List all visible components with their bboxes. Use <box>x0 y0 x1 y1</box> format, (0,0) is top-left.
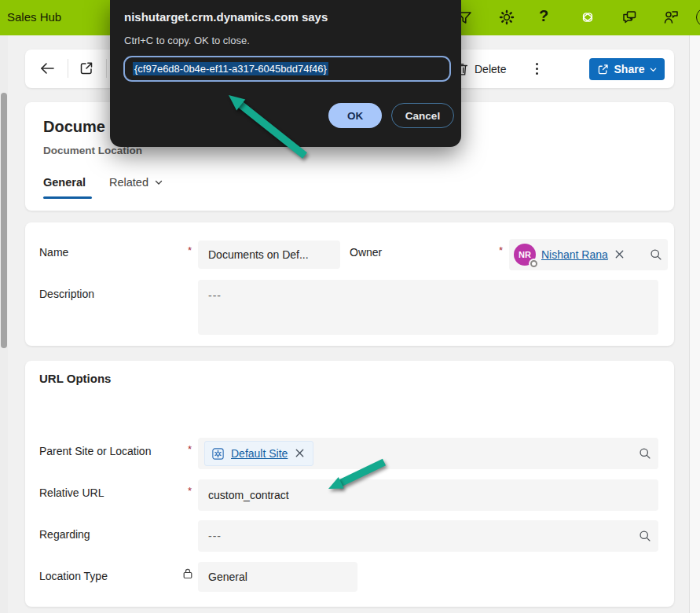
contact-card-icon[interactable] <box>662 9 680 26</box>
settings-gear-icon[interactable] <box>498 9 515 26</box>
dialog-input-value: {cf97e6d8-0b4e-ef11-a317-6045bdd74f46} <box>133 62 328 75</box>
parent-site-link[interactable]: Default Site <box>231 447 288 460</box>
delete-label: Delete <box>475 63 506 75</box>
parent-site-remove-icon[interactable] <box>294 447 306 460</box>
location-type-field: General <box>198 562 357 592</box>
parent-site-required: * <box>188 443 192 455</box>
more-commands-button[interactable] <box>530 60 543 77</box>
back-icon[interactable] <box>38 60 56 77</box>
site-entity-icon <box>211 447 225 461</box>
parent-site-label: Parent Site or Location <box>39 445 151 457</box>
share-button[interactable]: Share <box>589 58 665 80</box>
dialog-ok-button[interactable]: OK <box>328 103 382 128</box>
relative-url-value: custom_contract <box>208 489 289 501</box>
name-required: * <box>188 244 192 256</box>
url-options-title: URL Options <box>39 372 111 385</box>
description-input[interactable]: --- <box>198 280 658 335</box>
description-value: --- <box>208 289 222 302</box>
help-icon[interactable]: ? <box>539 7 556 24</box>
record-title: Docume <box>43 118 105 136</box>
dialog-cancel-button[interactable]: Cancel <box>391 103 454 128</box>
lock-icon <box>181 567 194 580</box>
owner-avatar: NR <box>514 244 536 266</box>
owner-label: Owner <box>350 246 382 259</box>
share-label: Share <box>614 63 645 75</box>
share-icon <box>596 63 610 76</box>
owner-link[interactable]: Nishant Rana <box>541 248 608 261</box>
command-divider <box>106 59 107 78</box>
more-commands-icon <box>536 68 538 70</box>
relative-url-input[interactable]: custom_contract <box>198 479 658 511</box>
command-divider <box>68 59 68 78</box>
regarding-value: --- <box>208 530 222 542</box>
name-value: Documents on Def... <box>208 248 309 261</box>
chevron-down-icon <box>649 65 658 74</box>
left-scrollbar-thumb[interactable] <box>1 93 7 348</box>
relative-url-required: * <box>188 485 192 497</box>
parent-site-search-icon[interactable] <box>638 446 652 461</box>
avatar-initials: NR <box>519 250 531 259</box>
tab-related[interactable]: Related <box>109 176 163 189</box>
name-label: Name <box>39 246 68 259</box>
parent-site-field[interactable]: Default Site <box>198 438 658 469</box>
dialog-message: Ctrl+C to copy. OK to close. <box>124 35 250 46</box>
page: Sales Hub ? <box>0 0 700 613</box>
browser-dialog: nishutarget.crm.dynamics.com says Ctrl+C… <box>110 0 461 147</box>
more-commands-icon <box>536 72 538 75</box>
account-circle[interactable] <box>696 8 700 27</box>
location-type-label: Location Type <box>39 570 108 582</box>
description-label: Description <box>39 288 94 300</box>
owner-field[interactable]: NR Nishant Rana <box>509 239 668 270</box>
left-scrollbar-track <box>0 35 8 613</box>
tab-related-label: Related <box>109 176 148 189</box>
app-title[interactable]: Sales Hub <box>7 10 61 24</box>
dialog-input[interactable]: {cf97e6d8-0b4e-ef11-a317-6045bdd74f46} <box>123 56 451 82</box>
tab-general-underline <box>43 196 92 199</box>
chevron-down-icon <box>154 178 163 187</box>
more-commands-icon <box>536 63 538 65</box>
location-type-value: General <box>208 571 247 583</box>
feedback-chat-icon[interactable] <box>621 9 638 26</box>
parent-site-tag: Default Site <box>204 441 313 466</box>
regarding-search-icon[interactable] <box>638 529 652 543</box>
right-scrollbar-track[interactable] <box>689 35 700 613</box>
copilot-icon[interactable] <box>579 9 596 26</box>
tab-general[interactable]: General <box>43 176 86 189</box>
relative-url-label: Relative URL <box>39 486 104 499</box>
owner-remove-icon[interactable] <box>614 248 626 261</box>
dialog-title: nishutarget.crm.dynamics.com says <box>124 10 328 24</box>
delete-button[interactable]: Delete <box>454 59 506 79</box>
owner-required: * <box>499 244 503 256</box>
owner-search-icon[interactable] <box>649 248 663 262</box>
open-in-new-window-icon[interactable] <box>78 60 95 77</box>
regarding-field[interactable]: --- <box>198 520 658 552</box>
name-input[interactable]: Documents on Def... <box>198 240 340 269</box>
regarding-label: Regarding <box>39 528 90 541</box>
presence-badge <box>530 260 537 267</box>
